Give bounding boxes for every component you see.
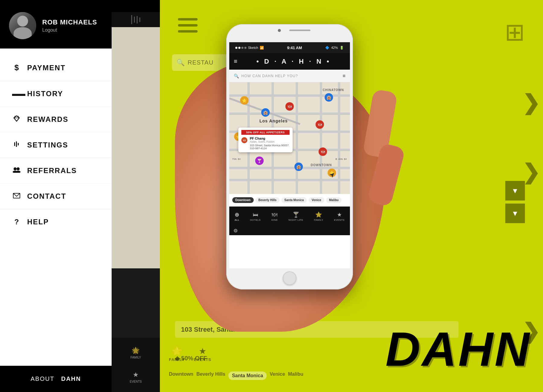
bg-loc-malibu: Malibu: [288, 371, 303, 380]
phone-logo: • D · A · H · N •: [242, 58, 345, 65]
battery-level: 42%: [331, 46, 338, 49]
phone-pin-blue-4[interactable]: 🏨: [325, 93, 333, 102]
user-info: ROB MICHAELS Logout: [42, 18, 97, 33]
restaurant-cuisine: Asian, Sushi, Fusion: [250, 140, 290, 143]
phone-pin-blue-3[interactable]: 🏨: [294, 163, 303, 171]
wifi-icon: 📶: [260, 46, 264, 50]
phone-app-header: ≡ • D · A · H · N •: [229, 53, 350, 70]
phone-search-input[interactable]: HOW CAN DAHN HELP YOU?: [241, 74, 340, 78]
map-label-chinatown: CHINATOWN: [323, 88, 344, 92]
sidebar-menu: $ PAYMENT ▬▬ HISTORY REWARDS: [0, 49, 112, 366]
events-label: EVENTS: [334, 219, 345, 221]
all-icon: ⊕: [235, 211, 239, 218]
phone-pin-red-2[interactable]: 🍽: [316, 120, 324, 129]
loc-tab-beverly-hills[interactable]: Beverly Hills: [256, 197, 280, 203]
phone-home-button[interactable]: [283, 271, 297, 285]
phone-mockup: Sketch 📶 9:41 AM 🔷 42% 🔋 ≡ • D · A · H ·…: [226, 24, 353, 289]
user-name: ROB MICHAELS: [42, 18, 97, 26]
cat-tab-hotels[interactable]: 🛏 HOTELS: [250, 212, 261, 221]
menu-item-history[interactable]: ▬▬ HISTORY: [0, 81, 112, 107]
bg-cat-events: EVENTS: [194, 357, 211, 362]
dollar-icon: $: [12, 63, 21, 72]
phone-search-bar[interactable]: 🔍 HOW CAN DAHN HELP YOU? ≡: [229, 70, 350, 82]
avatar-image: [9, 12, 36, 39]
battery-icon: 🔋: [340, 46, 344, 50]
phone-pin-blue-1[interactable]: 🏨: [261, 108, 270, 117]
history-label: HISTORY: [27, 90, 63, 98]
menu-item-settings[interactable]: SETTINGS: [0, 132, 112, 158]
cat-tab-all[interactable]: ⊕ ALL: [235, 211, 240, 221]
menu-item-help[interactable]: ? HELP: [0, 209, 112, 235]
phone-search-icon: 🔍: [234, 74, 239, 78]
loc-tab-malibu[interactable]: Malibu: [326, 197, 342, 203]
dahn-logo-text: DAHN: [386, 322, 531, 376]
loc-tab-venice[interactable]: Venice: [309, 197, 324, 203]
restaurant-phone: 310-987-4124: [250, 147, 290, 150]
carrier-name: Sketch: [248, 46, 258, 49]
filter-btn-2[interactable]: ▼: [505, 204, 525, 223]
help-icon: ?: [12, 218, 21, 226]
phone-pin-red-1[interactable]: 🍽: [285, 102, 294, 111]
hotels-icon: 🛏: [253, 212, 258, 218]
menu-item-payment[interactable]: $ PAYMENT: [0, 55, 112, 81]
menu-item-rewards[interactable]: REWARDS: [0, 107, 112, 132]
diamond-icon: [12, 115, 21, 124]
svg-point-8: [17, 167, 20, 170]
bg-loc-venice: Venice: [270, 371, 285, 380]
svg-rect-6: [18, 143, 19, 145]
phone-camera: [278, 29, 281, 32]
logout-link[interactable]: Logout: [42, 27, 97, 33]
phone-pin-gold-1[interactable]: ⭐: [240, 96, 249, 105]
signal-dot-1: [235, 47, 237, 49]
envelope-icon: [12, 192, 21, 200]
events-icon: ★: [337, 211, 342, 218]
map-label-7th: 7th St: [232, 158, 241, 160]
signal-dot-4: [244, 47, 246, 49]
restaurant-popup[interactable]: 50% OFF ALL APPETIZERS 🍽 PF Chang Asian,…: [238, 128, 293, 152]
loc-tab-santa-monica[interactable]: Santa Monica: [281, 197, 307, 203]
payment-label: PAYMENT: [27, 64, 65, 72]
cat-tab-dine[interactable]: 🍽 DINE: [272, 212, 278, 221]
hamburger-menu-bg: [178, 18, 198, 33]
cat-tab-family[interactable]: ⭐ FAMILY: [314, 211, 323, 221]
family-label: FAMILY: [314, 219, 323, 221]
cat-tab-nightlife[interactable]: 🍸 NIGHT LIFE: [288, 211, 303, 221]
signal-dots: [235, 46, 246, 49]
bg-filter-buttons: ▼ ▼: [505, 181, 525, 223]
svg-rect-4: [14, 142, 15, 146]
phone-location-tabs: Downtown Beverly Hills Santa Monica Veni…: [229, 194, 350, 207]
phone-map-view[interactable]: CHINATOWN Los Angeles DOWNTOWN 7th St E …: [229, 82, 350, 194]
phone-menu-icon[interactable]: ≡: [234, 58, 237, 65]
map-label-4th: E 4th St: [335, 158, 347, 160]
svg-rect-5: [16, 141, 17, 147]
filter-btn-1[interactable]: ▼: [505, 181, 525, 201]
map-road-v5: [338, 82, 340, 194]
phone-pin-red-3[interactable]: 🍽: [319, 147, 327, 156]
scroll-dot: [234, 229, 237, 232]
help-label: HELP: [27, 218, 49, 226]
about-dahn: ABOUT DAHN: [12, 375, 100, 382]
phone-list-icon[interactable]: ≡: [343, 73, 345, 79]
loc-tab-downtown[interactable]: Downtown: [232, 197, 254, 203]
phone-status-bar: Sketch 📶 9:41 AM 🔷 42% 🔋: [229, 42, 350, 53]
settings-label: SETTINGS: [27, 141, 68, 149]
referrals-icon: [12, 167, 21, 175]
promo-badge: 50% OFF ALL APPETIZERS: [241, 130, 290, 135]
menu-item-referrals[interactable]: REFERRALS: [0, 158, 112, 184]
nav-arrow-right-top[interactable]: ❯: [522, 90, 540, 115]
signal-dot-3: [241, 47, 243, 49]
svg-point-7: [14, 167, 17, 170]
brand-label: DAHN: [61, 375, 81, 382]
history-icon: ▬▬: [12, 90, 21, 98]
menu-item-contact[interactable]: CONTACT: [0, 184, 112, 209]
contact-label: CONTACT: [27, 192, 66, 201]
bg-strip-events: EVENTS: [130, 380, 142, 383]
cat-tab-events[interactable]: ★ EVENTS: [334, 211, 345, 221]
dine-label: DINE: [272, 219, 278, 221]
map-label-downtown: DOWNTOWN: [311, 163, 332, 167]
rewards-label: REWARDS: [27, 115, 68, 124]
status-time: 9:41 AM: [287, 46, 302, 50]
phone-screen: Sketch 📶 9:41 AM 🔷 42% 🔋 ≡ • D · A · H ·…: [229, 42, 350, 268]
referrals-label: REFERRALS: [27, 166, 77, 175]
phone-pin-purple-1[interactable]: 🍸: [255, 156, 264, 165]
